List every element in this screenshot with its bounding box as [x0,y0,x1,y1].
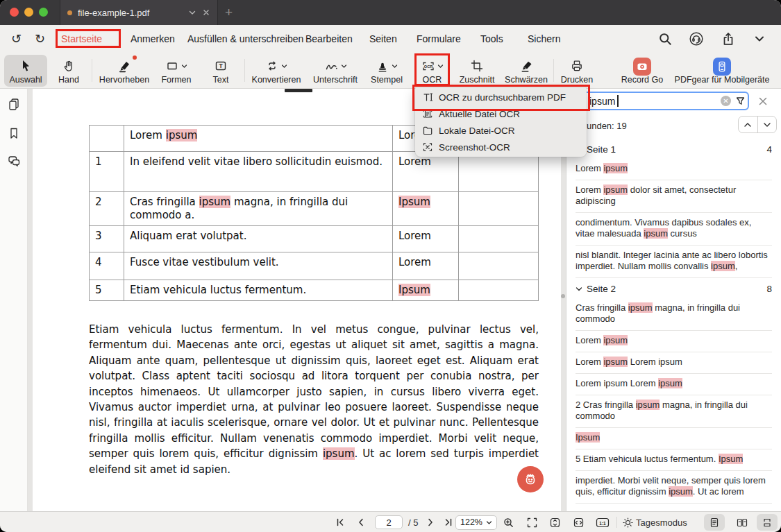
screenshot-scan-icon [422,141,433,153]
search-result-item[interactable]: nisl blandit. Integer lacinia ante ac li… [576,246,772,278]
table-cell-number [90,126,124,152]
search-result-item[interactable]: Cras fringilla ipsum magna, in fringilla… [576,298,772,331]
fullscreen-icon[interactable] [526,512,538,532]
menu-item-ocr-durchsuchbar[interactable]: OCR zu durchsuchbarem PDF [415,89,587,105]
page-number-input[interactable] [375,515,403,529]
tab-close-icon[interactable] [202,8,210,17]
next-page-icon[interactable] [425,512,436,532]
next-result-button[interactable] [758,117,777,132]
result-section-header-page1[interactable]: Seite 1 4 [576,139,772,159]
table-cell-text: Etiam vehicula luctus fermentum. [124,280,393,301]
section-title: Seite 1 [587,144,616,155]
tool-text[interactable]: T Text [203,55,239,87]
search-icon[interactable] [657,25,673,52]
fit-height-icon[interactable] [549,512,561,532]
document-scroll-gutter-left[interactable] [28,89,33,511]
bookmarks-icon[interactable] [7,126,21,140]
redo-icon[interactable]: ↻ [35,25,45,52]
tool-auswahl[interactable]: Auswahl [4,55,47,87]
menu-item-lokale-datei-ocr[interactable]: Lokale Datei-OCR [415,122,587,139]
continuous-scroll-view-button[interactable] [757,514,778,531]
menu-item-aktuelle-datei-ocr[interactable]: Aktuelle Datei OCR [415,105,587,122]
tool-formen[interactable]: Formen [157,55,196,87]
result-section-header-page2[interactable]: Seite 2 8 [576,278,772,298]
page-thumbnails-icon[interactable] [7,97,21,111]
search-result-item[interactable]: imperdiet. Morbi velit neque, semper qui… [576,471,772,504]
share-icon[interactable] [721,25,736,52]
document-scan-icon [422,108,433,119]
table-cell-number: 3 [90,226,124,252]
menu-item-formulare[interactable]: Formulare [417,25,461,52]
close-panel-icon[interactable] [758,89,768,113]
search-result-item[interactable]: Lorem ipsum Lorem ipsum [576,374,772,395]
tool-stempel[interactable]: Stempel [367,55,407,87]
zoom-level-select[interactable]: 122% [455,515,497,530]
tool-unterschrift[interactable]: Unterschrift [308,55,362,87]
search-panel: ✕ Gefunden: 19 Seite 1 4 Lorem ipsumLore… [566,89,781,511]
tool-konvertieren[interactable]: Konvertieren [249,55,304,87]
actual-size-icon[interactable]: 1:1 [596,512,610,532]
tool-ocr[interactable]: OCR OCR [417,55,448,87]
day-mode-label[interactable]: Tagesmodus [636,512,687,532]
tool-hervorheben[interactable]: Hervorheben [94,55,154,87]
sun-icon[interactable] [622,512,634,532]
new-tab-button[interactable]: + [225,0,233,25]
search-result-item[interactable]: Lorem ipsum [576,331,772,352]
section-title: Seite 2 [587,284,616,294]
comments-icon[interactable] [7,154,21,168]
panel-divider-handle[interactable] [561,294,565,298]
search-result-item[interactable]: Ipsum [576,428,772,449]
zoom-window-button[interactable] [39,8,48,17]
table-cell-empty [459,280,539,301]
fit-width-icon[interactable] [573,512,585,532]
document-tab[interactable]: file-example-1.pdf [60,0,218,25]
tool-schwaerzen[interactable]: Schwärzen [502,55,551,87]
printer-icon [570,58,584,74]
search-result-item[interactable]: 2 Cras fringilla ipsum magna, in fringil… [576,395,772,428]
minimize-window-button[interactable] [24,8,33,17]
menu-item-screenshot-ocr[interactable]: Screenshot-OCR [415,139,587,155]
search-result-item[interactable]: 5 Etiam vehicula luctus fermentum. Ipsum [576,449,772,471]
zoom-in-icon[interactable] [503,512,514,532]
previous-result-button[interactable] [739,117,758,132]
last-page-icon[interactable] [443,512,454,532]
ai-robot-assistant-button[interactable] [517,466,544,492]
tab-chevron-down-icon[interactable] [188,8,196,17]
support-headset-icon[interactable] [689,25,704,52]
tool-hand[interactable]: Hand [51,55,86,87]
single-page-view-button[interactable] [704,514,725,531]
menu-item-seiten[interactable]: Seiten [369,25,397,52]
menu-item-tools[interactable]: Tools [480,25,503,52]
tool-zuschnitt[interactable]: Zuschnitt [454,55,500,87]
table-cell-empty [459,192,539,226]
filter-funnel-icon[interactable] [735,89,746,113]
result-navigation [738,116,777,133]
text-caret [617,95,619,107]
first-page-icon[interactable] [335,512,346,532]
menu-item-bearbeiten[interactable]: Bearbeiten [305,25,353,52]
search-result-item[interactable]: Lorem ipsum dolor sit amet, consectetur … [576,180,772,213]
section-count: 4 [766,144,772,155]
undo-icon[interactable]: ↺ [11,25,22,52]
menu-item-startseite[interactable]: Startseite [61,25,102,52]
search-result-item[interactable]: Lorem ipsum [576,159,772,180]
tool-drucken[interactable]: Drucken [557,55,597,87]
tool-pdfgear-mobil[interactable]: PDFgear für Mobilgeräte [677,55,767,87]
text-box-icon: T [214,58,228,74]
tool-record-go[interactable]: Record Go [611,55,673,87]
close-window-button[interactable] [10,8,19,17]
table-row: 1 In eleifend velit vitae libero sollici… [90,152,539,192]
menu-item-anmerken[interactable]: Anmerken [131,25,175,52]
collapse-toolbar-chevron-icon[interactable] [753,25,766,52]
search-result-item[interactable]: condimentum. Vivamus dapibus sodales ex,… [576,213,772,246]
section-chevron-icon[interactable] [576,286,582,292]
redact-marker-icon [519,58,534,74]
search-result-item[interactable]: Lorem ipsum Lorem ipsum [576,352,772,374]
two-page-view-button[interactable] [732,514,753,531]
menu-item-sichern[interactable]: Sichern [528,25,560,52]
previous-page-icon[interactable] [355,512,367,532]
mobile-phone-icon [713,58,731,76]
menu-item-ausfuellen[interactable]: Ausfüllen & unterschreiben [187,25,303,52]
clear-search-icon[interactable]: ✕ [721,89,731,113]
stamp-icon [376,60,389,73]
